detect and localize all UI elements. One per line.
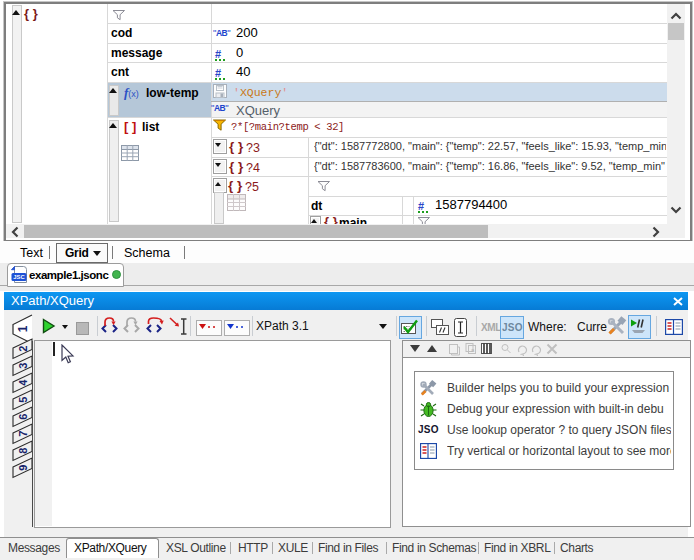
svg-text:2: 2 xyxy=(18,346,30,352)
svg-text:JSC: JSC xyxy=(13,274,25,280)
svg-text:4: 4 xyxy=(18,379,30,386)
svg-text:a: a xyxy=(471,347,475,353)
svg-text:5: 5 xyxy=(18,397,30,403)
svg-text:6: 6 xyxy=(18,414,30,420)
svg-text:9: 9 xyxy=(18,465,30,471)
svg-text:7: 7 xyxy=(18,431,30,437)
svg-text:8: 8 xyxy=(18,448,30,454)
svg-text:3: 3 xyxy=(18,363,30,369)
